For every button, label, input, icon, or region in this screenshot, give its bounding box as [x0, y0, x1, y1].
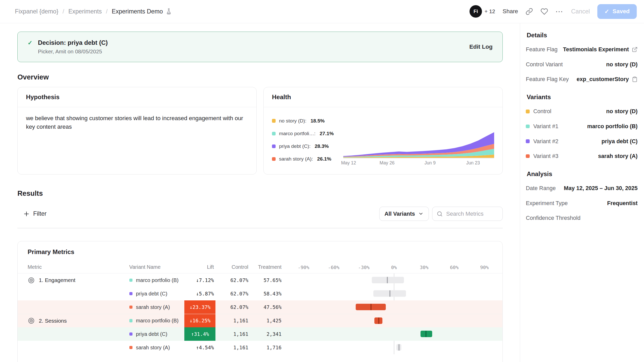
metric-name: 2. Sessions	[39, 318, 67, 324]
hypothesis-text: we believe that showing customer stories…	[18, 107, 256, 138]
confidence-interval-bar	[372, 277, 404, 284]
control-value: 62.07%	[215, 277, 248, 283]
variant-row: Variant #2priya debt (C)	[526, 137, 638, 146]
treatment-value: 57.65%	[248, 277, 282, 283]
control-value: 1,161	[215, 318, 248, 324]
overview-cards: Hypothesis we believe that showing custo…	[17, 87, 503, 175]
metric-row[interactable]: 2. Sessionsmarco portfolio (B)↓16.25%1,1…	[18, 314, 502, 327]
divider	[17, 228, 503, 228]
treatment-value: 47.56%	[248, 304, 282, 310]
axis-tick-label: -90%	[298, 264, 309, 270]
variant-label: Variant #2	[533, 138, 558, 145]
x-tick-label: Jun 9	[424, 160, 436, 166]
copy-clipboard-icon[interactable]	[632, 76, 638, 82]
saved-button[interactable]: ✓Saved	[597, 4, 637, 19]
x-tick-label: Jun 23	[466, 160, 480, 166]
axis-tick-label: 0%	[391, 264, 397, 270]
metric-row[interactable]: sarah story (A)↓23.37%62.07%47.56%	[18, 300, 502, 314]
control-value: 1,161	[215, 331, 248, 337]
breadcrumb-separator: /	[62, 8, 64, 15]
variants-list: Controlno story (D)Variant #1marco portf…	[526, 107, 638, 160]
lift-value: ↑31.4%	[184, 327, 215, 341]
copy-link-icon[interactable]	[526, 8, 533, 15]
favorite-heart-icon[interactable]	[541, 8, 548, 15]
lift-value: ↓16.25%	[184, 314, 215, 327]
edit-log-button[interactable]: Edit Log	[469, 44, 493, 50]
results-heading: Results	[17, 189, 503, 198]
metric-row[interactable]: 1. Engagementmarco portfolio (B)↓7.12%62…	[18, 273, 502, 287]
lift-value: ↓5.87%	[184, 287, 215, 300]
top-bar-actions: Fi + 12 Share ⋯ Cancel ✓Saved	[470, 4, 637, 19]
treatment-value: 2,341	[248, 331, 282, 337]
breadcrumb-project[interactable]: Fixpanel {demo}	[15, 8, 59, 15]
variant-color-dot	[129, 319, 133, 322]
lift-value: ↓23.37%	[184, 300, 215, 314]
collaborator-count[interactable]: + 12	[485, 8, 495, 15]
metrics-table-header: Metric Variant Name Lift Control Treatme…	[18, 261, 502, 273]
target-metric-icon	[28, 277, 35, 284]
page-title: Experiments Demo	[112, 8, 163, 15]
legend-color-dot	[272, 119, 276, 122]
test-tube-icon	[166, 8, 172, 15]
variants-heading: Variants	[527, 93, 638, 101]
control-variant-value: no story (D)	[606, 61, 638, 68]
col-metric: Metric	[28, 264, 129, 270]
details-section: Details Feature Flag Testimonials Experi…	[526, 32, 638, 84]
variant-color-dot	[526, 110, 529, 113]
confidence-interval-cell	[282, 273, 502, 287]
metric-row[interactable]: priya debt (C)↑31.4%1,1612,341	[18, 327, 502, 341]
search-box	[432, 207, 503, 221]
confidence-interval-cell	[282, 327, 502, 341]
axis-tick-label: -30%	[358, 264, 369, 270]
feature-flag-row: Feature Flag Testimonials Experiment	[526, 45, 638, 54]
confidence-interval-cell	[282, 300, 502, 314]
treatment-value: 1,425	[248, 318, 282, 324]
avatar[interactable]: Fi	[470, 5, 482, 18]
metric-row[interactable]: priya debt (C)↓5.87%62.07%58.43%	[18, 287, 502, 300]
feature-flag-value[interactable]: Testimonials Experiment	[563, 46, 629, 53]
variant-color-dot	[526, 139, 529, 143]
more-menu-icon[interactable]: ⋯	[555, 7, 564, 16]
search-icon	[437, 211, 443, 217]
confidence-interval-cell	[282, 341, 502, 354]
metrics-table-body: 1. Engagementmarco portfolio (B)↓7.12%62…	[18, 273, 502, 354]
decision-subtitle: Picker, Amit on 08/05/2025	[38, 48, 108, 55]
results-controls: Filter All Variants	[17, 207, 503, 221]
health-title: Health	[264, 87, 502, 107]
variant-color-dot	[129, 306, 133, 309]
variant-color-dot	[526, 154, 529, 158]
variant-color-dot	[526, 125, 529, 128]
search-metrics-input[interactable]	[446, 211, 496, 217]
share-button[interactable]: Share	[503, 8, 518, 15]
confidence-interval-mean-tick	[387, 277, 388, 284]
check-icon: ✓	[604, 8, 609, 15]
chevron-down-icon	[418, 211, 424, 216]
health-legend-item: no story (D):18.5%	[272, 118, 343, 124]
confidence-interval-cell	[282, 287, 502, 300]
axis-tick-label: 90%	[480, 264, 489, 270]
metric-row[interactable]: sarah story (A)↑4.54%1,1611,716	[18, 341, 502, 354]
control-value: 62.07%	[215, 291, 248, 297]
variants-section: Variants Controlno story (D)Variant #1ma…	[526, 93, 638, 160]
date-range-value: May 12, 2025 – Jun 30, 2025	[564, 185, 638, 192]
date-range-row: Date Range May 12, 2025 – Jun 30, 2025	[526, 184, 638, 192]
hypothesis-card: Hypothesis we believe that showing custo…	[17, 87, 257, 175]
variants-dropdown[interactable]: All Variants	[379, 207, 429, 221]
variant-color-dot	[129, 346, 133, 349]
breadcrumb-experiments[interactable]: Experiments	[68, 8, 102, 15]
primary-metrics-card: Primary Metrics Metric Variant Name Lift…	[17, 241, 503, 362]
analysis-heading: Analysis	[527, 170, 638, 178]
primary-metrics-title: Primary Metrics	[18, 241, 502, 261]
metric-name: 1. Engagement	[39, 277, 75, 283]
variant-row: Variant #1marco portfolio (B)	[526, 122, 638, 131]
add-metric-button[interactable]: Add	[18, 354, 49, 362]
health-legend-item: marco portfoli…:27.1%	[272, 131, 343, 136]
cancel-button[interactable]: Cancel	[571, 8, 590, 15]
variant-value: no story (D)	[606, 108, 638, 115]
axis-tick-label: 30%	[420, 264, 428, 270]
health-legend: no story (D):18.5%marco portfoli…:27.1%p…	[272, 114, 343, 167]
legend-color-dot	[272, 144, 276, 148]
add-filter-button[interactable]: Filter	[17, 210, 46, 217]
external-link-icon[interactable]	[632, 47, 638, 52]
variant-name: priya debt (C)	[136, 291, 167, 297]
